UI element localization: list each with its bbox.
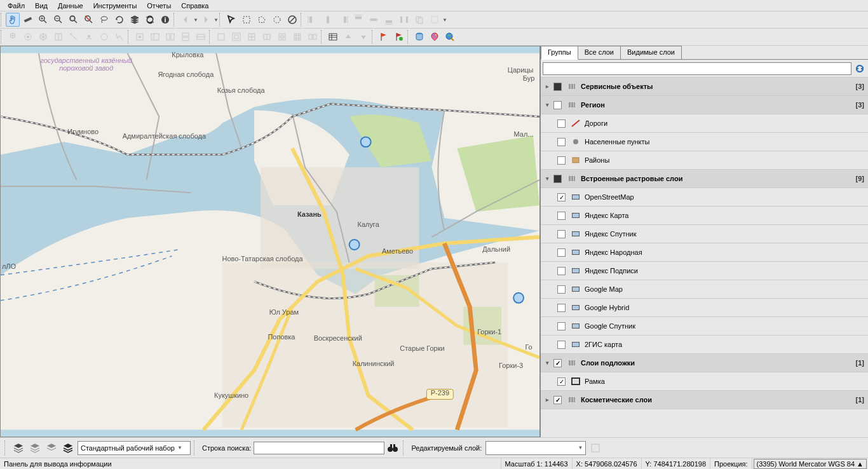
layers-icon-1[interactable] bbox=[11, 440, 26, 456]
select-rect-tool[interactable] bbox=[240, 13, 254, 27]
zoom-layer-tool[interactable] bbox=[82, 13, 96, 27]
layer-item[interactable]: Яндекс Подписи bbox=[541, 262, 868, 280]
layer-item[interactable]: Яндекс Карта bbox=[541, 207, 868, 225]
status-x: X: 5479068.024576 bbox=[573, 458, 642, 469]
layer-group[interactable]: ▾ Слои подложки [1] bbox=[541, 354, 868, 372]
workspace-combo[interactable]: Стандартный рабочий набор▼ bbox=[78, 441, 191, 455]
select-poly-tool[interactable] bbox=[255, 13, 269, 27]
svg-rect-125 bbox=[573, 158, 579, 163]
edit-layer-combo[interactable]: ▼ bbox=[485, 441, 586, 455]
flag-red-tool[interactable] bbox=[377, 30, 391, 44]
layer-group[interactable]: ▾ Встроенные растровые слои [9] bbox=[541, 170, 868, 188]
menu-Отчеты[interactable]: Отчеты bbox=[142, 1, 176, 11]
checkbox[interactable] bbox=[557, 156, 566, 165]
checkbox[interactable] bbox=[557, 377, 566, 386]
zoom-extent-tool[interactable] bbox=[67, 13, 81, 27]
checkbox[interactable] bbox=[557, 341, 566, 349]
layer-item[interactable]: Яндекс Спутник bbox=[541, 225, 868, 243]
zoom-in-tool[interactable] bbox=[36, 13, 50, 27]
projection-combo[interactable]: (3395) World Mercator WGS 84 ▲ bbox=[754, 459, 867, 469]
toolbar-row-2 bbox=[0, 29, 868, 46]
svg-rect-118 bbox=[571, 84, 573, 89]
menu-Справка[interactable]: Справка bbox=[176, 1, 214, 11]
layer-item[interactable]: Яндекс Народная bbox=[541, 243, 868, 262]
tab-visible-layers[interactable]: Видимые слои bbox=[620, 46, 682, 59]
globe-tool[interactable] bbox=[443, 30, 457, 44]
search-input[interactable] bbox=[254, 442, 384, 454]
layer-item[interactable]: Населенные пункты bbox=[541, 133, 868, 151]
checkbox[interactable] bbox=[553, 83, 562, 91]
layer-group[interactable]: ▸ Косметические слои [1] bbox=[541, 391, 868, 409]
expand-icon[interactable]: ▾ bbox=[543, 175, 551, 182]
style-tool[interactable] bbox=[428, 30, 442, 44]
menu-Вид[interactable]: Вид bbox=[30, 1, 53, 11]
menu-Файл[interactable]: Файл bbox=[3, 1, 30, 11]
checkbox[interactable] bbox=[557, 119, 566, 128]
search-binoculars-icon[interactable] bbox=[385, 440, 400, 456]
tab-groups[interactable]: Группы bbox=[541, 46, 578, 60]
nav-forward bbox=[199, 13, 213, 27]
layer-item[interactable]: 2ГИС карта bbox=[541, 336, 868, 354]
svg-rect-134 bbox=[573, 232, 579, 236]
layers-search-input[interactable] bbox=[543, 62, 851, 75]
checkbox[interactable] bbox=[553, 101, 562, 109]
select-arrow-tool[interactable] bbox=[224, 13, 238, 27]
svg-line-2 bbox=[44, 20, 46, 23]
clear-selection-tool[interactable] bbox=[285, 13, 299, 27]
expand-icon[interactable]: ▸ bbox=[543, 397, 551, 403]
expand-icon[interactable]: ▾ bbox=[543, 102, 551, 108]
menu-Инструменты[interactable]: Инструменты bbox=[88, 1, 142, 11]
checkbox[interactable] bbox=[557, 248, 566, 257]
checkbox[interactable] bbox=[557, 193, 566, 201]
checkbox[interactable] bbox=[553, 359, 562, 367]
layer-group[interactable]: ▾ Регион [3] bbox=[541, 96, 868, 114]
layers-tool[interactable] bbox=[128, 13, 142, 27]
checkbox[interactable] bbox=[553, 396, 562, 404]
layers-icon-4[interactable] bbox=[60, 440, 76, 456]
expand-icon[interactable]: ▸ bbox=[543, 83, 551, 90]
lasso-tool[interactable] bbox=[97, 13, 111, 27]
db-tool[interactable] bbox=[412, 30, 426, 44]
flag-green-tool[interactable] bbox=[392, 30, 406, 44]
checkbox[interactable] bbox=[557, 230, 566, 238]
ruler-tool[interactable] bbox=[21, 13, 35, 27]
distribute-1 bbox=[397, 13, 411, 27]
checkbox[interactable] bbox=[557, 212, 566, 220]
checkbox[interactable] bbox=[557, 267, 566, 275]
checkbox[interactable] bbox=[557, 138, 566, 146]
menu-Данные[interactable]: Данные bbox=[53, 1, 88, 11]
layer-item[interactable]: Google Map bbox=[541, 280, 868, 299]
layer-item[interactable]: Google Спутник bbox=[541, 317, 868, 336]
layers-icon-2[interactable] bbox=[27, 440, 43, 456]
pan-tool[interactable] bbox=[6, 13, 20, 27]
layers-refresh-icon[interactable] bbox=[853, 62, 866, 75]
layer-group[interactable]: ▸ Сервисные объекты [3] bbox=[541, 78, 868, 96]
table-view[interactable] bbox=[326, 30, 340, 44]
svg-rect-53 bbox=[182, 37, 189, 41]
map-canvas[interactable]: Казань государственный казённыйпороховой… bbox=[0, 46, 540, 437]
layer-item[interactable]: Районы bbox=[541, 151, 868, 170]
select-circle-tool[interactable] bbox=[270, 13, 284, 27]
zoom-out-tool[interactable] bbox=[51, 13, 65, 27]
svg-rect-25 bbox=[344, 17, 346, 23]
align-3 bbox=[336, 13, 350, 27]
info-tool[interactable]: i bbox=[158, 13, 172, 27]
layers-icon-3[interactable] bbox=[44, 440, 59, 456]
edit-layer-label: Редактируемый слой: bbox=[409, 444, 484, 452]
expand-icon[interactable]: ▾ bbox=[543, 360, 551, 366]
tab-all-layers[interactable]: Все слои bbox=[578, 46, 621, 59]
checkbox[interactable] bbox=[557, 285, 566, 294]
svg-text:Калуга: Калуга bbox=[358, 221, 380, 228]
layer-item[interactable]: Дороги bbox=[541, 114, 868, 133]
checkbox[interactable] bbox=[557, 304, 566, 312]
svg-text:лЛО: лЛО bbox=[2, 262, 16, 270]
checkbox[interactable] bbox=[553, 175, 562, 183]
layer-item[interactable]: OpenStreetMap bbox=[541, 188, 868, 207]
layers-tree[interactable]: ▸ Сервисные объекты [3]▾ Регион [3] Доро… bbox=[541, 78, 868, 437]
layer-item[interactable]: Рамка bbox=[541, 372, 868, 391]
layer-item[interactable]: Google Hybrid bbox=[541, 299, 868, 317]
refresh-tool[interactable] bbox=[143, 13, 157, 27]
rotate-tool[interactable] bbox=[112, 13, 126, 27]
checkbox[interactable] bbox=[557, 322, 566, 330]
workspace-label: Стандартный рабочий набор bbox=[81, 444, 175, 452]
